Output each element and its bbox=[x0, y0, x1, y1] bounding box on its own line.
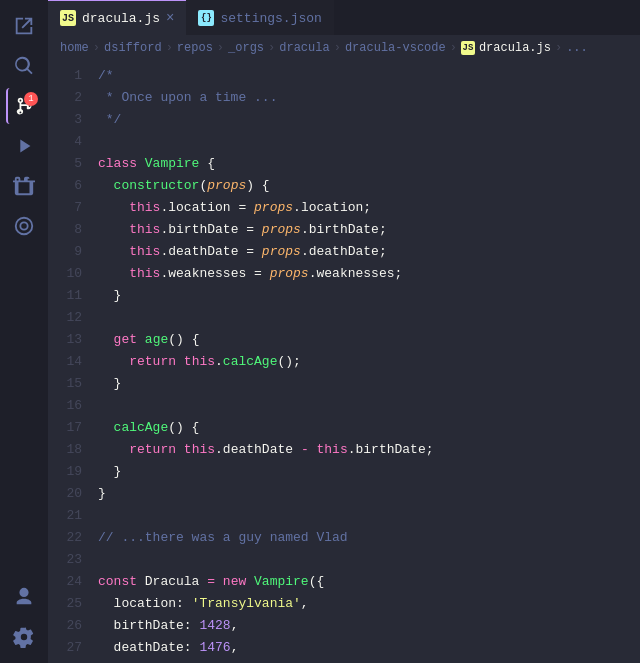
code-line-12: 12 bbox=[48, 307, 640, 329]
remote-icon[interactable] bbox=[6, 208, 42, 244]
js-file-icon: JS bbox=[60, 10, 76, 26]
code-line-13: 13 get age() { bbox=[48, 329, 640, 351]
breadcrumb: home › dsifford › repos › _orgs › dracul… bbox=[48, 35, 640, 61]
code-line-22: 22 // ...there was a guy named Vlad bbox=[48, 527, 640, 549]
tab-settings-json[interactable]: {} settings.json bbox=[186, 0, 333, 35]
search-icon[interactable] bbox=[6, 48, 42, 84]
line-num-20: 20 bbox=[48, 483, 98, 505]
line-content-1: /* bbox=[98, 65, 640, 87]
account-icon[interactable] bbox=[6, 579, 42, 615]
line-num-2: 2 bbox=[48, 87, 98, 109]
line-num-10: 10 bbox=[48, 263, 98, 285]
explorer-icon[interactable] bbox=[6, 8, 42, 44]
code-editor[interactable]: 1 /* 2 * Once upon a time ... 3 */ 4 5 c… bbox=[48, 61, 640, 663]
source-control-icon[interactable]: 1 bbox=[6, 88, 42, 124]
line-content-12 bbox=[98, 307, 640, 329]
run-debug-icon[interactable] bbox=[6, 128, 42, 164]
line-content-20: } bbox=[98, 483, 640, 505]
breadcrumb-js-icon: JS bbox=[461, 41, 475, 55]
code-line-26: 26 birthDate: 1428, bbox=[48, 615, 640, 637]
tab-dracula-js[interactable]: JS dracula.js × bbox=[48, 0, 186, 35]
code-line-1: 1 /* bbox=[48, 65, 640, 87]
tab-close-dracula-js[interactable]: × bbox=[166, 11, 174, 25]
line-num-9: 9 bbox=[48, 241, 98, 263]
settings-gear-icon[interactable] bbox=[6, 619, 42, 655]
line-num-28: 28 bbox=[48, 659, 98, 663]
code-line-24: 24 const Dracula = new Vampire({ bbox=[48, 571, 640, 593]
line-content-15: } bbox=[98, 373, 640, 395]
line-num-13: 13 bbox=[48, 329, 98, 351]
code-line-5: 5 class Vampire { bbox=[48, 153, 640, 175]
json-file-icon: {} bbox=[198, 10, 214, 26]
line-num-16: 16 bbox=[48, 395, 98, 417]
tab-bar: JS dracula.js × {} settings.json bbox=[48, 0, 640, 35]
breadcrumb-dracula[interactable]: dracula bbox=[279, 41, 329, 55]
line-content-28: weaknesses: ['Sunlight', 'Garlic'] bbox=[98, 659, 640, 663]
code-line-25: 25 location: 'Transylvania', bbox=[48, 593, 640, 615]
activity-bar: 1 bbox=[0, 0, 48, 663]
breadcrumb-orgs[interactable]: _orgs bbox=[228, 41, 264, 55]
code-line-14: 14 return this.calcAge(); bbox=[48, 351, 640, 373]
line-content-4 bbox=[98, 131, 640, 153]
line-content-25: location: 'Transylvania', bbox=[98, 593, 640, 615]
breadcrumb-dracula-vscode[interactable]: dracula-vscode bbox=[345, 41, 446, 55]
code-line-23: 23 bbox=[48, 549, 640, 571]
line-num-18: 18 bbox=[48, 439, 98, 461]
line-num-14: 14 bbox=[48, 351, 98, 373]
line-content-13: get age() { bbox=[98, 329, 640, 351]
code-line-11: 11 } bbox=[48, 285, 640, 307]
extensions-icon[interactable] bbox=[6, 168, 42, 204]
line-content-16 bbox=[98, 395, 640, 417]
line-num-5: 5 bbox=[48, 153, 98, 175]
code-line-17: 17 calcAge() { bbox=[48, 417, 640, 439]
line-num-11: 11 bbox=[48, 285, 98, 307]
line-content-24: const Dracula = new Vampire({ bbox=[98, 571, 640, 593]
line-num-3: 3 bbox=[48, 109, 98, 131]
code-line-18: 18 return this.deathDate - this.birthDat… bbox=[48, 439, 640, 461]
line-num-21: 21 bbox=[48, 505, 98, 527]
code-line-15: 15 } bbox=[48, 373, 640, 395]
tab-label-dracula-js: dracula.js bbox=[82, 11, 160, 26]
line-num-22: 22 bbox=[48, 527, 98, 549]
code-line-10: 10 this.weaknesses = props.weaknesses; bbox=[48, 263, 640, 285]
line-num-25: 25 bbox=[48, 593, 98, 615]
line-num-23: 23 bbox=[48, 549, 98, 571]
line-content-6: constructor(props) { bbox=[98, 175, 640, 197]
code-line-2: 2 * Once upon a time ... bbox=[48, 87, 640, 109]
tab-label-settings-json: settings.json bbox=[220, 11, 321, 26]
breadcrumb-repos[interactable]: repos bbox=[177, 41, 213, 55]
activity-bar-bottom bbox=[6, 579, 42, 663]
line-num-17: 17 bbox=[48, 417, 98, 439]
line-num-7: 7 bbox=[48, 197, 98, 219]
breadcrumb-home[interactable]: home bbox=[60, 41, 89, 55]
code-line-28: 28 weaknesses: ['Sunlight', 'Garlic'] bbox=[48, 659, 640, 663]
line-num-26: 26 bbox=[48, 615, 98, 637]
code-line-4: 4 bbox=[48, 131, 640, 153]
line-content-23 bbox=[98, 549, 640, 571]
line-content-21 bbox=[98, 505, 640, 527]
code-line-19: 19 } bbox=[48, 461, 640, 483]
line-content-22: // ...there was a guy named Vlad bbox=[98, 527, 640, 549]
code-line-27: 27 deathDate: 1476, bbox=[48, 637, 640, 659]
line-num-12: 12 bbox=[48, 307, 98, 329]
breadcrumb-ellipsis[interactable]: ... bbox=[566, 41, 588, 55]
code-line-3: 3 */ bbox=[48, 109, 640, 131]
line-content-26: birthDate: 1428, bbox=[98, 615, 640, 637]
code-line-21: 21 bbox=[48, 505, 640, 527]
line-num-1: 1 bbox=[48, 65, 98, 87]
line-content-3: */ bbox=[98, 109, 640, 131]
breadcrumb-dsifford[interactable]: dsifford bbox=[104, 41, 162, 55]
line-content-2: * Once upon a time ... bbox=[98, 87, 640, 109]
code-line-8: 8 this.birthDate = props.birthDate; bbox=[48, 219, 640, 241]
breadcrumb-dracula-js[interactable]: dracula.js bbox=[479, 41, 551, 55]
line-num-27: 27 bbox=[48, 637, 98, 659]
code-line-7: 7 this.location = props.location; bbox=[48, 197, 640, 219]
line-content-18: return this.deathDate - this.birthDate; bbox=[98, 439, 640, 461]
source-control-badge: 1 bbox=[24, 92, 38, 106]
line-content-11: } bbox=[98, 285, 640, 307]
line-content-17: calcAge() { bbox=[98, 417, 640, 439]
line-num-24: 24 bbox=[48, 571, 98, 593]
code-line-6: 6 constructor(props) { bbox=[48, 175, 640, 197]
line-num-6: 6 bbox=[48, 175, 98, 197]
line-content-5: class Vampire { bbox=[98, 153, 640, 175]
